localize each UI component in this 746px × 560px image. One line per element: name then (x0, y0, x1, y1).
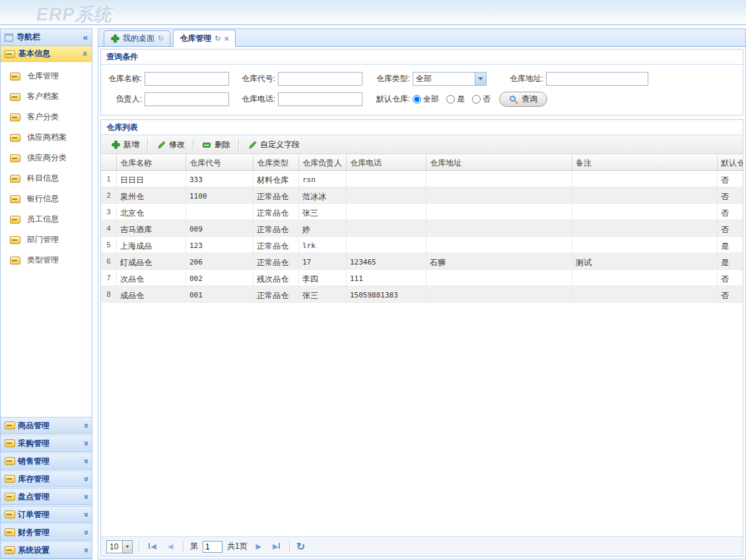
table-cell (347, 220, 426, 236)
warehouse-address-input[interactable] (546, 72, 648, 86)
table-cell: 否 (718, 220, 743, 236)
sidebar-section[interactable]: 销售管理« (1, 452, 92, 470)
folder-icon (5, 439, 15, 447)
sidebar-section[interactable]: 采购管理« (1, 435, 92, 452)
chevron-down-icon[interactable]: « (81, 512, 90, 516)
column-header[interactable]: 仓库类型 (254, 154, 299, 170)
column-header[interactable]: 仓库负责人 (299, 154, 347, 170)
sidebar-item-label: 员工信息 (27, 214, 59, 225)
toolbar-button[interactable]: 新增 (105, 137, 145, 152)
last-page-button[interactable]: ▶ (270, 543, 283, 550)
sidebar-item[interactable]: 供应商档案 (1, 127, 92, 148)
first-page-button[interactable]: ◀ (146, 543, 159, 550)
default-warehouse-radio[interactable]: 全部 (413, 94, 439, 105)
search-button[interactable]: 查询 (499, 92, 547, 107)
radio-input[interactable] (472, 95, 481, 104)
chevron-down-icon[interactable]: ▼ (122, 541, 132, 553)
chevron-down-icon[interactable]: « (81, 423, 90, 427)
table-cell: 111 (347, 270, 426, 286)
tab-active[interactable]: 仓库管理↻× (173, 30, 236, 47)
refresh-tab-icon[interactable]: ↻ (158, 35, 164, 42)
query-panel: 查询条件 仓库名称: 仓库代号: 仓库类型: 全部 仓库地址: (100, 49, 743, 115)
table-row[interactable]: 3北京仓正常品仓张三否 (101, 204, 743, 220)
manager-input[interactable] (145, 92, 229, 106)
chevron-down-icon[interactable]: « (81, 458, 90, 463)
section-basic-info[interactable]: 基本信息 « (1, 46, 92, 62)
toolbar-separator (193, 139, 194, 150)
column-header[interactable]: 仓库代号 (186, 154, 254, 170)
page-number-input[interactable] (203, 541, 222, 553)
warehouse-type-select[interactable]: 全部 (413, 72, 487, 86)
table-cell: 正常品仓 (254, 286, 299, 302)
page-size-select[interactable]: 10 ▼ (106, 540, 133, 553)
table-header: 仓库名称仓库代号仓库类型仓库负责人仓库电话仓库地址备注默认仓库 (101, 154, 743, 171)
chevron-down-icon[interactable] (475, 73, 486, 85)
default-warehouse-radio[interactable]: 否 (472, 94, 491, 105)
tab-inactive[interactable]: 我的桌面↻ (104, 30, 170, 46)
toolbar-button[interactable]: 自定义字段 (242, 137, 306, 152)
warehouse-name-input[interactable] (145, 72, 229, 86)
sidebar-section[interactable]: 系统设置« (1, 542, 92, 559)
sidebar-item[interactable]: 类型管理 (1, 250, 92, 270)
sidebar: 导航栏 « 基本信息 « 仓库管理客户档案客户分类供应商档案供应商分类科目信息银… (0, 28, 92, 559)
column-header[interactable]: 仓库地址 (426, 154, 572, 170)
sidebar-section[interactable]: 订单管理« (1, 506, 92, 523)
table-row[interactable]: 8成品仓001正常品仓张三15059881383否 (101, 286, 743, 303)
sidebar-section-label: 盘点管理 (18, 491, 50, 503)
sidebar-item[interactable]: 银行信息 (1, 189, 92, 209)
table-cell: 成品仓 (117, 286, 186, 302)
table-row[interactable]: 5上海成品123正常品仓lrk是 (101, 237, 743, 253)
column-header[interactable]: 仓库电话 (347, 154, 426, 170)
table-cell (347, 237, 426, 253)
sidebar-section[interactable]: 财务管理« (1, 524, 92, 541)
table-row[interactable]: 4吉马酒库009正常品仓婷否 (101, 220, 743, 237)
table-cell: 吉马酒库 (117, 220, 186, 236)
table-cell: 是 (718, 237, 743, 253)
refresh-tab-icon[interactable]: ↻ (215, 35, 220, 42)
table-cell: 正常品仓 (254, 253, 299, 269)
content-area: 查询条件 仓库名称: 仓库代号: 仓库类型: 全部 仓库地址: (98, 47, 746, 559)
toolbar-button[interactable]: 删除 (196, 137, 236, 152)
chevron-down-icon[interactable]: « (81, 530, 90, 534)
refresh-icon[interactable]: ↻ (296, 542, 305, 552)
column-header[interactable]: 默认仓库 (718, 154, 743, 170)
next-page-button[interactable]: ▶ (252, 543, 265, 550)
radio-input[interactable] (446, 95, 455, 104)
column-header[interactable]: 仓库名称 (117, 154, 186, 170)
tab-label: 我的桌面 (123, 33, 154, 44)
table-cell: 否 (718, 204, 743, 220)
toolbar-button-label: 删除 (215, 139, 230, 150)
table-cell: rsn (299, 171, 347, 187)
tab-label: 仓库管理 (180, 33, 211, 44)
warehouse-phone-input[interactable] (278, 92, 362, 106)
column-header[interactable]: 备注 (572, 154, 718, 170)
collapse-sidebar-icon[interactable]: « (83, 33, 88, 42)
sidebar-item[interactable]: 部门管理 (1, 230, 92, 250)
prev-page-button[interactable]: ◀ (164, 543, 177, 550)
table-row[interactable]: 2泉州仓1100正常品仓范冰冰否 (101, 187, 743, 204)
chevron-down-icon[interactable]: « (81, 494, 90, 499)
table-row[interactable]: 1日日日333材料仓库rsn否 (101, 171, 743, 187)
chevron-up-icon[interactable]: « (81, 51, 90, 56)
table-row[interactable]: 6灯成品仓206正常品仓17123465石狮测试是 (101, 253, 743, 270)
warehouse-code-input[interactable] (278, 72, 362, 86)
table-row[interactable]: 7次品仓002残次品仓李四111否 (101, 270, 743, 286)
sidebar-header[interactable]: 导航栏 « (1, 29, 92, 46)
radio-input[interactable] (413, 95, 421, 104)
chevron-down-icon[interactable]: « (81, 547, 90, 552)
sidebar-section[interactable]: 盘点管理« (1, 488, 92, 505)
toolbar-button[interactable]: 修改 (151, 137, 191, 152)
sidebar-item[interactable]: 客户分类 (1, 107, 92, 127)
default-warehouse-radio[interactable]: 是 (446, 94, 465, 105)
sidebar-item[interactable]: 科目信息 (1, 168, 92, 189)
close-icon[interactable]: × (224, 34, 229, 43)
table-cell (347, 187, 426, 203)
sidebar-item[interactable]: 仓库管理 (1, 66, 92, 86)
sidebar-item[interactable]: 供应商分类 (1, 148, 92, 168)
sidebar-section[interactable]: 库存管理« (1, 470, 92, 487)
sidebar-item[interactable]: 客户档案 (1, 86, 92, 107)
sidebar-section[interactable]: 商品管理« (1, 417, 92, 434)
chevron-down-icon[interactable]: « (81, 441, 90, 445)
sidebar-item[interactable]: 员工信息 (1, 209, 92, 230)
chevron-down-icon[interactable]: « (81, 476, 90, 481)
